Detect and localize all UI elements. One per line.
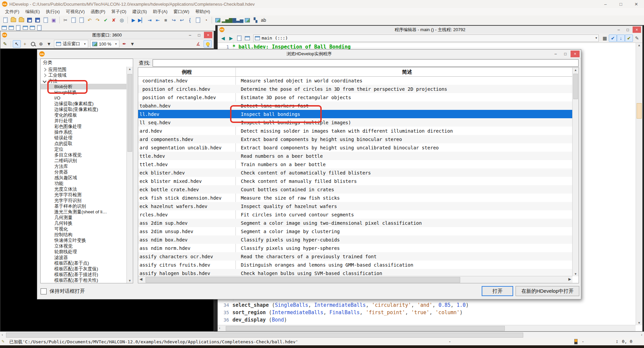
example-description-cell[interactable]: Extract board components by height using… xyxy=(235,137,573,142)
ocr-training-icon[interactable]: ab xyxy=(260,16,268,24)
scroll-down-icon[interactable]: ▼ xyxy=(636,321,642,325)
example-description-cell[interactable]: Determine the pose of circles in 3D from… xyxy=(235,86,573,92)
example-name-cell[interactable]: _position_of_rectangle.hdev xyxy=(138,95,235,100)
zoom-level-combo[interactable]: 100 % ▼ xyxy=(90,40,119,48)
graphics-close-button[interactable]: × xyxy=(204,32,212,38)
clipboard-icon[interactable] xyxy=(235,34,243,42)
dialog-minimize-button[interactable]: – xyxy=(551,51,560,57)
example-name-cell[interactable]: ard_segmentation_uncalib.hdev xyxy=(138,145,235,150)
open-in-new-hdevelop-button[interactable]: 在新的HDevelop中打开 xyxy=(516,286,579,296)
set-color-icon[interactable]: ✒ xyxy=(120,40,128,48)
open-program-editor-icon[interactable] xyxy=(15,25,22,30)
reset-view-3d-icon[interactable]: ∡ xyxy=(194,40,202,48)
column-header-description[interactable]: 简述 xyxy=(235,68,579,76)
app-hscroll-thumb[interactable] xyxy=(6,333,523,338)
scroll-up-icon[interactable]: ▲ xyxy=(127,67,133,71)
pan-icon[interactable]: + xyxy=(21,40,29,48)
tree-item[interactable]: 光学字符检测 xyxy=(41,192,127,198)
tree-item[interactable]: 感兴趣区域 xyxy=(41,175,127,181)
code-line[interactable]: 36dev_display (Bond) xyxy=(218,316,636,324)
full-image-icon[interactable] xyxy=(214,16,222,24)
redo-icon[interactable]: ↷ xyxy=(94,16,102,24)
tree-item[interactable]: 分类器 xyxy=(41,169,127,175)
deactivate-lines-icon[interactable]: ✘ xyxy=(110,16,118,24)
tree-item[interactable]: 模板匹配(基于点) xyxy=(41,260,127,266)
scroll-left-icon[interactable]: ‹ xyxy=(219,326,220,330)
example-name-cell[interactable]: ttlet.hdev xyxy=(138,162,235,167)
example-name-cell[interactable]: _coordinates.hdev xyxy=(138,78,235,83)
feature-histogram-icon[interactable]: ▇▃▅ xyxy=(232,16,243,24)
magnify-icon[interactable] xyxy=(29,40,37,48)
example-description-cell[interactable]: Check content of manually filled blister… xyxy=(235,179,573,184)
example-row[interactable]: ass_ndim_box.hdevClassify pixels using h… xyxy=(138,235,573,244)
scroll-right-icon[interactable]: › xyxy=(641,333,642,337)
example-row[interactable]: ard_segmentation_uncalib.hdevExtract boa… xyxy=(138,143,573,152)
dialog-close-button[interactable]: × xyxy=(571,51,580,57)
example-row[interactable]: rcles.hdevFit circles into curved contou… xyxy=(138,210,573,219)
example-name-cell[interactable]: eck_hazelnut_wafers.hdev xyxy=(138,204,235,209)
scroll-down-icon[interactable]: ▼ xyxy=(127,279,133,282)
example-name-cell[interactable]: ttle.hdev xyxy=(138,153,235,159)
fit-window-combo[interactable]: 适应窗口 ▼ xyxy=(54,40,88,48)
tree-item[interactable]: 二维码识别 xyxy=(41,158,127,163)
tree-item[interactable]: I/O xyxy=(41,95,127,101)
example-description-cell[interactable]: Check content of automatically filled bl… xyxy=(235,170,573,176)
example-row[interactable]: eck_blister.hdevCheck content of automat… xyxy=(138,168,573,177)
tree-item[interactable]: 模板匹配(基于灰度值) xyxy=(41,266,127,272)
open-button[interactable]: 打开 xyxy=(482,286,513,296)
example-name-cell[interactable]: _position_of_circles.hdev xyxy=(138,86,235,92)
example-description-cell[interactable]: Read the characters of a previously trai… xyxy=(235,254,573,259)
tree-item[interactable]: 光度立体法 xyxy=(41,186,127,192)
step-out-icon[interactable]: ⇤ xyxy=(154,16,162,24)
tree-item[interactable]: 操作系统 xyxy=(41,129,127,135)
tree-item[interactable]: 立体视觉 xyxy=(41,243,127,249)
tree-item[interactable]: 轮廓线处理 xyxy=(41,249,127,255)
tree-item[interactable]: Blob分析 xyxy=(41,84,127,89)
example-row[interactable]: ass_ndim_norm.hdevClassify pixels using … xyxy=(138,244,573,252)
check-syntax-icon[interactable]: ✔ xyxy=(609,34,617,42)
tree-item[interactable]: 变化的模板 xyxy=(41,112,127,118)
example-row[interactable]: eck_fish_stick_dimension.hdevMeasure the… xyxy=(138,194,573,202)
scroll-down-icon[interactable]: ▼ xyxy=(573,272,579,276)
example-name-cell[interactable]: ard.hdev xyxy=(138,128,235,134)
example-description-cell[interactable]: Classify pixels using hyper-spheres xyxy=(235,246,573,251)
graphics-window-titlebar[interactable]: HA 图形窗口: 3600 – □ × xyxy=(0,31,214,39)
open-zoom-window-icon[interactable] xyxy=(29,25,36,30)
example-description-cell[interactable]: Fit circles into curved contour segments xyxy=(235,212,573,217)
cut-icon[interactable]: ✂ xyxy=(61,16,69,24)
example-row[interactable]: ll_seq.hdevInspect ball bondings (multip… xyxy=(138,118,573,127)
editor-titlebar[interactable]: HA 程序编辑器 - main () - 主线程: 20792 – □ × xyxy=(218,26,642,33)
example-row[interactable]: ass_2dim_unsup.hdevSegment a color image… xyxy=(138,227,573,235)
draw-region-icon[interactable]: ✎ xyxy=(1,40,9,48)
example-row[interactable]: tobahn.hdevDetect lane markers fast xyxy=(138,101,573,110)
code-line[interactable]: 35sort_region (IntermediateBalls, FinalB… xyxy=(218,309,636,316)
check-all-icon[interactable]: ✔ xyxy=(625,34,633,42)
scroll-left-icon[interactable]: ◀ xyxy=(140,277,142,281)
example-name-cell[interactable]: rcles.hdev xyxy=(138,212,235,217)
edit-program-icon[interactable] xyxy=(194,16,202,24)
example-row[interactable]: eck_bottle_crate.hdevCount bottles conta… xyxy=(138,185,573,194)
graphics-maximize-button[interactable]: □ xyxy=(195,32,203,38)
navigate-back-icon[interactable]: ◀ xyxy=(219,34,227,42)
zoom-in-icon[interactable]: ⊕ xyxy=(37,40,45,48)
scroll-left-icon[interactable]: ‹ xyxy=(2,333,3,337)
example-name-cell[interactable]: ll_seq.hdev xyxy=(138,120,235,125)
example-row[interactable]: ard.hdevDetect missing solder in images … xyxy=(138,127,573,135)
menu-item-9[interactable]: 窗口(W) xyxy=(170,8,192,15)
example-row[interactable]: eck_hazelnut_wafers.hdevInspect quality … xyxy=(138,202,573,210)
table-horizontal-scrollbar[interactable]: ◀ ▶ xyxy=(138,276,573,283)
example-name-cell[interactable]: ass_ndim_box.hdev xyxy=(138,237,235,242)
example-description-cell[interactable]: Inspect quality of hazelnut wafers xyxy=(235,204,573,209)
editor-horizontal-scrollbar[interactable]: ‹ xyxy=(218,325,636,331)
scroll-right-icon[interactable]: ▶ xyxy=(569,277,571,281)
editor-vertical-scrollbar[interactable]: ▲ ▼ xyxy=(636,43,642,325)
new-program-icon[interactable] xyxy=(1,16,9,24)
auto-indent-icon[interactable]: ↓ xyxy=(617,34,625,42)
example-name-cell[interactable]: eck_blister.hdev xyxy=(138,170,235,176)
open-variable-watch-icon[interactable] xyxy=(22,25,29,30)
table-hscroll-thumb[interactable] xyxy=(146,277,460,283)
example-row[interactable]: _position_of_rectangle.hdevEstimate 3D p… xyxy=(138,93,573,101)
app-horizontal-scrollbar[interactable]: ‹ › xyxy=(0,332,644,338)
tree-item[interactable]: 彩色图像处理 xyxy=(41,124,127,129)
example-row[interactable]: ass_2dim_sup.hdevSegment a color image u… xyxy=(138,219,573,227)
